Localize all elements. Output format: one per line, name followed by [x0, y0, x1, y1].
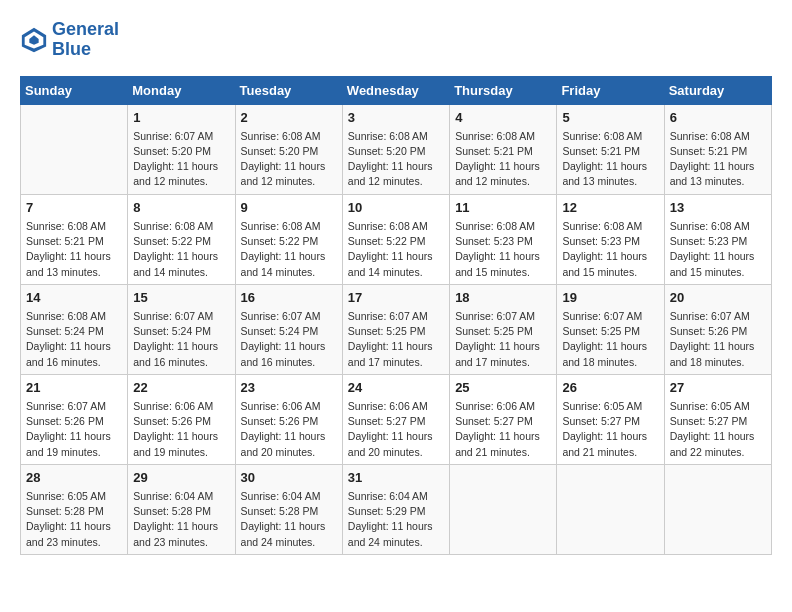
day-cell-22: 22Sunrise: 6:06 AM Sunset: 5:26 PM Dayli… — [128, 374, 235, 464]
day-number: 3 — [348, 109, 444, 127]
day-number: 28 — [26, 469, 122, 487]
day-number: 9 — [241, 199, 337, 217]
day-number: 1 — [133, 109, 229, 127]
day-number: 30 — [241, 469, 337, 487]
day-cell-2: 2Sunrise: 6:08 AM Sunset: 5:20 PM Daylig… — [235, 104, 342, 194]
day-number: 6 — [670, 109, 766, 127]
empty-cell — [664, 464, 771, 554]
day-number: 19 — [562, 289, 658, 307]
day-cell-24: 24Sunrise: 6:06 AM Sunset: 5:27 PM Dayli… — [342, 374, 449, 464]
page-header: General Blue — [20, 20, 772, 60]
day-info: Sunrise: 6:08 AM Sunset: 5:21 PM Dayligh… — [26, 219, 122, 280]
day-info: Sunrise: 6:07 AM Sunset: 5:26 PM Dayligh… — [26, 399, 122, 460]
day-number: 21 — [26, 379, 122, 397]
day-number: 18 — [455, 289, 551, 307]
day-info: Sunrise: 6:07 AM Sunset: 5:24 PM Dayligh… — [241, 309, 337, 370]
day-number: 27 — [670, 379, 766, 397]
day-info: Sunrise: 6:08 AM Sunset: 5:23 PM Dayligh… — [670, 219, 766, 280]
day-info: Sunrise: 6:07 AM Sunset: 5:26 PM Dayligh… — [670, 309, 766, 370]
day-cell-31: 31Sunrise: 6:04 AM Sunset: 5:29 PM Dayli… — [342, 464, 449, 554]
day-info: Sunrise: 6:08 AM Sunset: 5:22 PM Dayligh… — [348, 219, 444, 280]
day-cell-7: 7Sunrise: 6:08 AM Sunset: 5:21 PM Daylig… — [21, 194, 128, 284]
empty-cell — [557, 464, 664, 554]
day-cell-11: 11Sunrise: 6:08 AM Sunset: 5:23 PM Dayli… — [450, 194, 557, 284]
day-cell-20: 20Sunrise: 6:07 AM Sunset: 5:26 PM Dayli… — [664, 284, 771, 374]
day-cell-8: 8Sunrise: 6:08 AM Sunset: 5:22 PM Daylig… — [128, 194, 235, 284]
day-info: Sunrise: 6:07 AM Sunset: 5:24 PM Dayligh… — [133, 309, 229, 370]
day-info: Sunrise: 6:05 AM Sunset: 5:28 PM Dayligh… — [26, 489, 122, 550]
day-info: Sunrise: 6:04 AM Sunset: 5:28 PM Dayligh… — [241, 489, 337, 550]
day-number: 25 — [455, 379, 551, 397]
logo-text: General Blue — [52, 20, 119, 60]
day-cell-9: 9Sunrise: 6:08 AM Sunset: 5:22 PM Daylig… — [235, 194, 342, 284]
logo: General Blue — [20, 20, 119, 60]
day-number: 29 — [133, 469, 229, 487]
col-header-wednesday: Wednesday — [342, 76, 449, 104]
day-info: Sunrise: 6:04 AM Sunset: 5:28 PM Dayligh… — [133, 489, 229, 550]
day-info: Sunrise: 6:08 AM Sunset: 5:21 PM Dayligh… — [455, 129, 551, 190]
day-info: Sunrise: 6:07 AM Sunset: 5:25 PM Dayligh… — [455, 309, 551, 370]
day-cell-10: 10Sunrise: 6:08 AM Sunset: 5:22 PM Dayli… — [342, 194, 449, 284]
day-cell-21: 21Sunrise: 6:07 AM Sunset: 5:26 PM Dayli… — [21, 374, 128, 464]
day-info: Sunrise: 6:08 AM Sunset: 5:21 PM Dayligh… — [670, 129, 766, 190]
empty-cell — [450, 464, 557, 554]
day-info: Sunrise: 6:08 AM Sunset: 5:22 PM Dayligh… — [241, 219, 337, 280]
header-row: SundayMondayTuesdayWednesdayThursdayFrid… — [21, 76, 772, 104]
day-info: Sunrise: 6:06 AM Sunset: 5:27 PM Dayligh… — [455, 399, 551, 460]
col-header-friday: Friday — [557, 76, 664, 104]
day-info: Sunrise: 6:06 AM Sunset: 5:27 PM Dayligh… — [348, 399, 444, 460]
day-cell-23: 23Sunrise: 6:06 AM Sunset: 5:26 PM Dayli… — [235, 374, 342, 464]
day-info: Sunrise: 6:07 AM Sunset: 5:20 PM Dayligh… — [133, 129, 229, 190]
day-cell-13: 13Sunrise: 6:08 AM Sunset: 5:23 PM Dayli… — [664, 194, 771, 284]
day-cell-25: 25Sunrise: 6:06 AM Sunset: 5:27 PM Dayli… — [450, 374, 557, 464]
day-cell-18: 18Sunrise: 6:07 AM Sunset: 5:25 PM Dayli… — [450, 284, 557, 374]
day-info: Sunrise: 6:08 AM Sunset: 5:23 PM Dayligh… — [562, 219, 658, 280]
day-info: Sunrise: 6:07 AM Sunset: 5:25 PM Dayligh… — [562, 309, 658, 370]
calendar-table: SundayMondayTuesdayWednesdayThursdayFrid… — [20, 76, 772, 555]
day-number: 12 — [562, 199, 658, 217]
day-cell-17: 17Sunrise: 6:07 AM Sunset: 5:25 PM Dayli… — [342, 284, 449, 374]
week-row-5: 28Sunrise: 6:05 AM Sunset: 5:28 PM Dayli… — [21, 464, 772, 554]
day-number: 24 — [348, 379, 444, 397]
day-cell-3: 3Sunrise: 6:08 AM Sunset: 5:20 PM Daylig… — [342, 104, 449, 194]
day-number: 31 — [348, 469, 444, 487]
day-info: Sunrise: 6:04 AM Sunset: 5:29 PM Dayligh… — [348, 489, 444, 550]
day-number: 20 — [670, 289, 766, 307]
day-number: 2 — [241, 109, 337, 127]
day-number: 23 — [241, 379, 337, 397]
day-info: Sunrise: 6:08 AM Sunset: 5:21 PM Dayligh… — [562, 129, 658, 190]
day-cell-16: 16Sunrise: 6:07 AM Sunset: 5:24 PM Dayli… — [235, 284, 342, 374]
week-row-3: 14Sunrise: 6:08 AM Sunset: 5:24 PM Dayli… — [21, 284, 772, 374]
day-cell-27: 27Sunrise: 6:05 AM Sunset: 5:27 PM Dayli… — [664, 374, 771, 464]
col-header-tuesday: Tuesday — [235, 76, 342, 104]
day-number: 17 — [348, 289, 444, 307]
day-cell-19: 19Sunrise: 6:07 AM Sunset: 5:25 PM Dayli… — [557, 284, 664, 374]
col-header-saturday: Saturday — [664, 76, 771, 104]
day-info: Sunrise: 6:07 AM Sunset: 5:25 PM Dayligh… — [348, 309, 444, 370]
day-number: 15 — [133, 289, 229, 307]
day-info: Sunrise: 6:08 AM Sunset: 5:24 PM Dayligh… — [26, 309, 122, 370]
week-row-4: 21Sunrise: 6:07 AM Sunset: 5:26 PM Dayli… — [21, 374, 772, 464]
day-number: 7 — [26, 199, 122, 217]
day-cell-26: 26Sunrise: 6:05 AM Sunset: 5:27 PM Dayli… — [557, 374, 664, 464]
week-row-1: 1Sunrise: 6:07 AM Sunset: 5:20 PM Daylig… — [21, 104, 772, 194]
empty-cell — [21, 104, 128, 194]
day-number: 8 — [133, 199, 229, 217]
day-cell-15: 15Sunrise: 6:07 AM Sunset: 5:24 PM Dayli… — [128, 284, 235, 374]
day-cell-12: 12Sunrise: 6:08 AM Sunset: 5:23 PM Dayli… — [557, 194, 664, 284]
day-cell-5: 5Sunrise: 6:08 AM Sunset: 5:21 PM Daylig… — [557, 104, 664, 194]
col-header-monday: Monday — [128, 76, 235, 104]
day-number: 13 — [670, 199, 766, 217]
day-info: Sunrise: 6:08 AM Sunset: 5:20 PM Dayligh… — [241, 129, 337, 190]
day-cell-6: 6Sunrise: 6:08 AM Sunset: 5:21 PM Daylig… — [664, 104, 771, 194]
day-info: Sunrise: 6:06 AM Sunset: 5:26 PM Dayligh… — [133, 399, 229, 460]
logo-icon — [20, 26, 48, 54]
day-number: 11 — [455, 199, 551, 217]
day-number: 4 — [455, 109, 551, 127]
week-row-2: 7Sunrise: 6:08 AM Sunset: 5:21 PM Daylig… — [21, 194, 772, 284]
day-number: 14 — [26, 289, 122, 307]
day-info: Sunrise: 6:08 AM Sunset: 5:20 PM Dayligh… — [348, 129, 444, 190]
col-header-thursday: Thursday — [450, 76, 557, 104]
day-cell-28: 28Sunrise: 6:05 AM Sunset: 5:28 PM Dayli… — [21, 464, 128, 554]
day-number: 26 — [562, 379, 658, 397]
